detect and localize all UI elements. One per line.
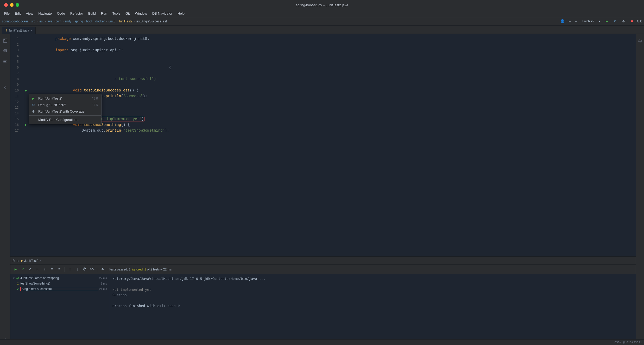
breadcrumb-project[interactable]: spring-boot-docker	[2, 20, 28, 23]
tree-show-time: 1 ms	[101, 282, 107, 285]
menu-tools[interactable]: Tools	[110, 11, 122, 16]
code-editor[interactable]: 1 package com.andy.spring.boot.docker.ju…	[10, 34, 636, 256]
collapse-all-button[interactable]: ≡	[56, 266, 62, 273]
minimize-button[interactable]	[10, 3, 14, 7]
tree-expand-icon[interactable]: ▼	[12, 277, 15, 280]
svg-rect-3	[3, 60, 7, 60]
ctx-run[interactable]: ▶ Run 'JunitTest2' ^⇧R	[29, 95, 101, 102]
git-label: Git:	[637, 20, 642, 23]
sidebar-commit-icon[interactable]	[1, 83, 10, 92]
run-gutter-16[interactable]: ▶	[25, 123, 27, 127]
ctx-debug-shortcut: ^⇧D	[92, 103, 98, 107]
output-area: /Library/Java/JavaVirtualMachines/jdk-17…	[109, 274, 636, 345]
menu-help[interactable]: Help	[175, 11, 187, 16]
breadcrumb-java[interactable]: java	[47, 20, 52, 23]
menu-refactor[interactable]: Refactor	[68, 11, 85, 16]
run-gutter-10[interactable]: ▶	[25, 89, 27, 93]
output-process-finish: Process finished with exit code 0	[112, 303, 633, 309]
output-success: Success	[112, 292, 633, 298]
run-tab-close-icon[interactable]: ×	[39, 259, 41, 263]
run-panel-body: ▼ ⊘ JunitTest2 (com.andy.spring. 22 ms ⊘…	[10, 274, 636, 345]
tests-ignored-label: ignored: 1	[132, 268, 146, 271]
sidebar-structure-icon[interactable]	[1, 57, 10, 66]
main-layout: 1 package com.andy.spring.boot.docker.ju…	[0, 34, 644, 345]
expand-all-button[interactable]: ≡	[49, 266, 55, 273]
run-toolbar: ▶ ✓ ⊘ ⇅ ⇳ ≡ ≡ ↑ ↓ ⏱ >> ⊘ Tests passed: 1…	[10, 265, 636, 274]
output-jvm-path: /Library/Java/JavaVirtualMachines/jdk-17…	[112, 276, 633, 282]
sidebar-db-icon[interactable]	[1, 46, 10, 56]
menu-build[interactable]: Build	[86, 11, 98, 16]
debug-button[interactable]: ⚙	[612, 18, 618, 24]
coverage-button[interactable]: ⚙	[620, 18, 627, 24]
breadcrumb-src[interactable]: src	[31, 20, 35, 23]
run-button[interactable]: ▶	[604, 18, 610, 24]
history-button[interactable]: ⏱	[81, 266, 88, 273]
menu-navigate[interactable]: Navigate	[36, 11, 54, 16]
menu-code[interactable]: Code	[55, 11, 67, 16]
tab-junit-test2[interactable]: J JunitTest2.java ×	[2, 27, 36, 34]
left-sidebar	[0, 34, 10, 345]
code-line-3: 3 import org.junit.jupiter.api.*;	[10, 47, 636, 53]
tab-close-icon[interactable]: ×	[31, 29, 32, 32]
tree-item-root[interactable]: ▼ ⊘ JunitTest2 (com.andy.spring. 22 ms	[10, 275, 109, 281]
menu-view[interactable]: View	[24, 11, 35, 16]
test-status: Tests passed: 1, ignored: 1 of 2 tests –…	[109, 268, 172, 271]
sort-alpha-button[interactable]: ⇅	[34, 266, 41, 273]
maximize-button[interactable]	[16, 3, 19, 7]
test-tree[interactable]: ▼ ⊘ JunitTest2 (com.andy.spring. 22 ms ⊘…	[10, 274, 109, 345]
navigate-back-icon[interactable]: ←	[568, 19, 572, 24]
menu-git[interactable]: Git	[123, 11, 132, 16]
ctx-debug[interactable]: ⚙ Debug 'JunitTest2' ^⇧D	[29, 102, 101, 108]
right-notifications-icon[interactable]	[635, 36, 644, 45]
ctx-run-label: Run 'JunitTest2'	[38, 96, 62, 100]
code-line-6: 6 {	[10, 65, 636, 70]
tree-root-label: JunitTest2 (com.andy.spring.	[20, 276, 98, 280]
menu-db-navigator[interactable]: DB Navigator	[150, 11, 174, 16]
breadcrumb-andy[interactable]: andy	[65, 20, 71, 23]
close-button[interactable]	[4, 3, 8, 7]
navigate-forward-icon[interactable]: →	[574, 19, 578, 24]
breadcrumb-test[interactable]: test	[39, 20, 43, 23]
run-panel: Run: ▶ JunitTest2 × ▶ ✓ ⊘ ⇅ ⇳ ≡ ≡ ↑ ↓ ⏱	[10, 256, 636, 345]
breadcrumb-junit5[interactable]: junit5	[108, 20, 115, 23]
ctx-coverage[interactable]: ⚙ Run 'JunitTest2' with Coverage	[29, 108, 101, 115]
sidebar-project-icon[interactable]	[1, 36, 10, 45]
coverage-icon: ⚙	[32, 110, 36, 113]
run-config-dropdown[interactable]: JunitTest2	[580, 19, 595, 24]
context-menu: ▶ Run 'JunitTest2' ^⇧R ⚙ Debug 'JunitTes…	[29, 94, 102, 124]
stop-test-button[interactable]: ⊘	[27, 266, 33, 273]
scroll-down-button[interactable]: ↓	[74, 266, 80, 273]
stop-button[interactable]: ■	[629, 18, 635, 24]
code-line-11: 11 System.out.println("Success");	[10, 93, 636, 99]
breadcrumb-com[interactable]: com	[55, 20, 61, 23]
tests-total-label: of 2 tests – 22 ms	[146, 268, 172, 271]
ctx-modify-label: Modify Run Configuration...	[38, 118, 79, 122]
passed-filter-button[interactable]: ✓	[20, 266, 26, 273]
breadcrumb-docker[interactable]: docker	[95, 20, 105, 23]
menu-file[interactable]: File	[2, 11, 12, 16]
run-tab-junit[interactable]: ▶ JunitTest2 ×	[21, 259, 41, 263]
breadcrumb-method[interactable]: testSingleSuccessTest	[136, 20, 167, 23]
toolbar-sep2	[97, 267, 97, 272]
menu-run[interactable]: Run	[99, 11, 109, 16]
tree-check-icon: ✓	[17, 287, 19, 291]
vcs-icon[interactable]: 👤	[559, 19, 566, 24]
code-line-17: 17 System.out.println("testShowSomething…	[10, 128, 636, 133]
output-not-implemented: Not implemented yet	[112, 287, 633, 293]
chevron-down-icon[interactable]: ▾	[597, 19, 602, 24]
menu-window[interactable]: Window	[133, 11, 149, 16]
tree-item-show[interactable]: ⊘ testShowSomething() 1 ms	[10, 281, 109, 286]
ctx-modify-config[interactable]: Modify Run Configuration...	[29, 116, 101, 123]
tree-show-label: testShowSomething()	[20, 282, 100, 285]
breadcrumb-boot[interactable]: boot	[86, 20, 92, 23]
sort-duration-button[interactable]: ⇳	[42, 266, 48, 273]
breadcrumb-class[interactable]: JunitTest2	[118, 20, 132, 23]
toolbar-sep	[65, 267, 65, 272]
more-options-button[interactable]: >>	[89, 266, 95, 273]
menu-edit[interactable]: Edit	[13, 11, 23, 16]
tree-item-single[interactable]: ✓ Single test successful 21 ms	[10, 286, 109, 292]
tab-label: JunitTest2.java	[9, 29, 29, 32]
breadcrumb-spring[interactable]: spring	[74, 20, 83, 23]
scroll-up-button[interactable]: ↑	[67, 266, 73, 273]
rerun-button[interactable]: ▶	[12, 266, 19, 273]
